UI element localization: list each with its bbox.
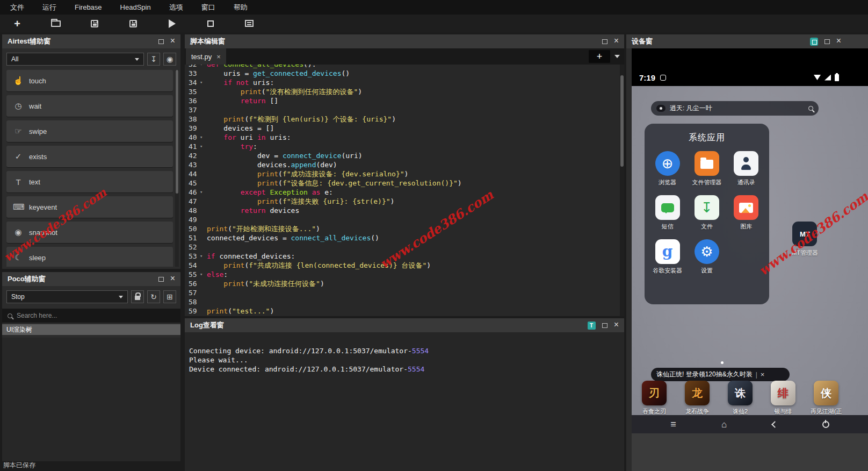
app-file-manager[interactable]: 文件管理器 xyxy=(687,151,726,187)
lock-button[interactable] xyxy=(131,290,144,303)
menu-item[interactable]: HeadSpin xyxy=(111,0,160,15)
ui-tree-area[interactable] xyxy=(2,338,180,461)
scrollbar-thumb[interactable] xyxy=(620,75,624,167)
log-filter-icon[interactable]: T xyxy=(588,322,596,330)
close-icon[interactable]: × xyxy=(836,37,841,45)
action-label: swipe xyxy=(29,127,47,135)
app-google-installer[interactable]: g谷歌安装器 xyxy=(648,239,687,275)
inspector-button[interactable]: ⊞ xyxy=(163,290,176,303)
float-icon[interactable] xyxy=(824,39,830,44)
game-app[interactable]: 侠再见江湖(正 xyxy=(807,381,845,416)
app-gallery[interactable]: 图库 xyxy=(727,195,766,231)
airtest-action-wait[interactable]: ◷wait xyxy=(6,95,173,117)
nav-back-button[interactable] xyxy=(771,421,778,428)
menu-item[interactable]: 运行 xyxy=(33,0,66,15)
scrollbar[interactable] xyxy=(175,70,179,267)
script-menu-caret-icon[interactable] xyxy=(614,55,620,58)
fold-arrow-icon: ▾ xyxy=(200,142,207,151)
close-icon[interactable]: × xyxy=(614,320,619,329)
app-settings[interactable]: ⚙设置 xyxy=(687,239,726,275)
view-log-button[interactable] xyxy=(243,17,256,30)
line-number: 49 xyxy=(185,215,200,224)
action-label: keyevent xyxy=(29,203,57,211)
menu-item[interactable]: 帮助 xyxy=(225,0,257,15)
app-browser[interactable]: ⊕浏览器 xyxy=(648,151,687,187)
airtest-action-keyevent[interactable]: ⌨keyevent xyxy=(6,196,173,218)
save-script-button[interactable] xyxy=(88,17,101,30)
airtest-action-list: ☝touch◷wait☞swipe✓existsTtext⌨keyevent◉s… xyxy=(6,70,173,267)
run-script-button[interactable] xyxy=(165,17,178,30)
poco-panel-header: Poco辅助窗 × xyxy=(2,272,180,286)
ad-banner[interactable]: 诛仙正统! 登录领120抽&永久时装 | × xyxy=(651,368,790,381)
ui-tree-tab[interactable]: UI渲染树 xyxy=(2,324,180,335)
airtest-action-swipe[interactable]: ☞swipe xyxy=(6,120,173,142)
status-time: 7:19 xyxy=(639,73,655,82)
android-wallpaper[interactable]: 逍天: 凡尘一叶 系统应用 ⊕浏览器文件管理器通讯录短信↧文件图库g谷歌安装器⚙… xyxy=(632,86,868,415)
airtest-action-sleep[interactable]: ☾sleep xyxy=(6,247,173,267)
menu-item[interactable]: 窗口 xyxy=(192,0,225,15)
nav-power-button[interactable] xyxy=(822,421,829,428)
refresh-button[interactable]: ↻ xyxy=(147,290,160,303)
page-indicator-dot xyxy=(721,361,724,364)
poco-mode-dropdown[interactable]: Stop xyxy=(6,290,128,303)
screenshot-button[interactable]: ◉ xyxy=(163,53,176,66)
code-line: 35 print("没有检测到任何连接的设备") xyxy=(185,87,620,96)
device-screen[interactable]: 7:19 逍天: 凡尘一叶 系统应用 ⊕浏览器文件管理器通讯录短信↧文件图库g谷… xyxy=(632,48,868,471)
code-line: 32▾def connect_all_devices(): xyxy=(185,65,620,69)
float-icon[interactable] xyxy=(158,277,164,282)
save-as-script-button[interactable] xyxy=(127,17,140,30)
fold-arrow-icon: ▾ xyxy=(200,270,207,279)
fold-arrow-icon xyxy=(200,124,207,133)
airtest-action-snapshot[interactable]: ◉snapshot xyxy=(6,222,173,243)
import-icon: ↧ xyxy=(150,55,157,63)
app-sms[interactable]: 短信 xyxy=(648,195,687,231)
float-icon[interactable] xyxy=(602,323,607,328)
float-icon[interactable] xyxy=(602,39,607,44)
open-script-button[interactable] xyxy=(49,17,62,30)
device-search-bar[interactable]: 逍天: 凡尘一叶 xyxy=(651,101,819,116)
airtest-filter-dropdown[interactable]: All xyxy=(6,53,144,66)
close-icon[interactable]: × xyxy=(170,37,175,45)
menu-item[interactable]: Firebase xyxy=(66,0,111,15)
stop-script-button[interactable] xyxy=(204,17,217,30)
insert-snippet-button[interactable]: ↧ xyxy=(147,53,160,66)
swipe-icon: ☞ xyxy=(13,126,24,136)
menu-item[interactable]: 选项 xyxy=(160,0,192,15)
game-app[interactable]: 刃吞食之刃 xyxy=(635,381,674,416)
nav-home-button[interactable]: ⌂ xyxy=(721,420,727,429)
nav-menu-button[interactable]: ≡ xyxy=(670,419,676,429)
poco-search-input[interactable]: Search here... xyxy=(2,309,180,323)
airtest-action-text[interactable]: Ttext xyxy=(6,171,173,192)
game-app[interactable]: 诛诛仙2 xyxy=(721,381,760,416)
menu-item[interactable]: 文件 xyxy=(1,0,33,15)
screen-cast-icon[interactable] xyxy=(810,38,818,46)
game-icon: 刃 xyxy=(642,381,667,405)
close-icon[interactable]: × xyxy=(170,274,175,283)
action-label: touch xyxy=(29,77,46,85)
search-icon xyxy=(808,106,813,111)
scrollbar-thumb[interactable] xyxy=(176,70,178,194)
line-number: 58 xyxy=(185,297,200,306)
code-editor[interactable]: 32▾def connect_all_devices():33 uris = g… xyxy=(185,65,620,316)
line-number: 45 xyxy=(185,179,200,188)
ad-close-icon[interactable]: × xyxy=(761,370,765,379)
close-icon[interactable]: × xyxy=(614,37,619,45)
editor-scrollbar[interactable] xyxy=(620,65,624,316)
tab-close-icon[interactable]: × xyxy=(216,53,221,61)
airtest-action-exists[interactable]: ✓exists xyxy=(6,146,173,167)
device-search-text: 逍天: 凡尘一叶 xyxy=(670,104,712,113)
game-app[interactable]: 龙龙石战争 xyxy=(678,381,717,416)
tab-test-py[interactable]: test.py × xyxy=(186,48,226,65)
code-line: 53▾if connected_devices: xyxy=(185,252,620,261)
float-icon[interactable] xyxy=(158,39,164,44)
app-mt-manager[interactable]: MTMT管理器 xyxy=(792,222,818,257)
game-app[interactable]: 绯银与绯 xyxy=(764,381,802,416)
game-icon: 龙 xyxy=(685,381,710,405)
app-files[interactable]: ↧文件 xyxy=(687,195,726,231)
add-script-button[interactable]: + xyxy=(589,50,610,63)
new-script-button[interactable]: + xyxy=(11,17,24,30)
code-line: 45 print(f"设备信息: {dev.get_current_resolu… xyxy=(185,179,620,188)
airtest-action-touch[interactable]: ☝touch xyxy=(6,70,173,91)
line-number: 57 xyxy=(185,288,200,297)
app-contacts[interactable]: 通讯录 xyxy=(727,151,766,187)
